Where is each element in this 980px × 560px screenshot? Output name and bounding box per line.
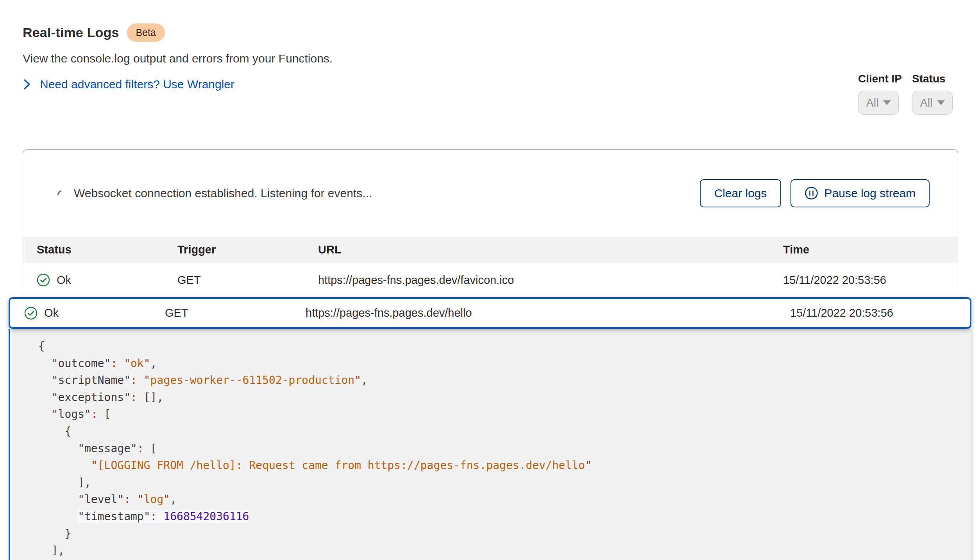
page-header: Real-time Logs Beta View the console.log… (23, 23, 333, 91)
row-time: 15/11/2022 20:53:56 (783, 274, 958, 287)
status-filter-dropdown[interactable]: All (912, 91, 953, 115)
row-url: https://pages-fns.pages.dev/hello (306, 307, 790, 319)
log-card: Websocket connection established. Listen… (23, 149, 958, 297)
table-row[interactable]: Ok GET https://pages-fns.pages.dev/favic… (23, 263, 958, 297)
log-json: { "outcome": "ok", "scriptName": "pages-… (38, 338, 971, 559)
status-filter-value: All (920, 96, 932, 109)
client-ip-filter-label: Client IP (858, 73, 902, 85)
row-trigger: GET (165, 307, 306, 319)
caret-down-icon (883, 100, 891, 105)
column-header-time: Time (783, 243, 958, 256)
beta-badge: Beta (127, 23, 165, 42)
row-trigger: GET (177, 274, 318, 287)
caret-down-icon (937, 100, 945, 105)
pause-icon (805, 186, 818, 200)
column-header-trigger: Trigger (177, 243, 318, 256)
log-toolbar: Websocket connection established. Listen… (23, 150, 958, 237)
pause-log-stream-button[interactable]: Pause log stream (790, 179, 930, 207)
client-ip-filter-value: All (866, 96, 878, 109)
chevron-right-icon (23, 78, 31, 90)
row-status: Ok (57, 274, 71, 287)
row-status: Ok (44, 307, 59, 319)
row-time: 15/11/2022 20:53:56 (790, 307, 970, 319)
column-header-url: URL (318, 243, 783, 256)
page-subtitle: View the console.log output and errors f… (23, 52, 333, 65)
spinner-icon (56, 188, 68, 200)
table-header: Status Trigger URL Time (23, 237, 958, 263)
pause-log-stream-label: Pause log stream (824, 187, 916, 200)
expanded-log-entry: Ok GET https://pages-fns.pages.dev/hello… (9, 297, 971, 560)
page-title: Real-time Logs (23, 25, 119, 40)
clear-logs-label: Clear logs (714, 187, 767, 200)
log-detail-panel: { "outcome": "ok", "scriptName": "pages-… (9, 329, 971, 560)
wrangler-filters-link[interactable]: Need advanced filters? Use Wrangler (40, 78, 234, 91)
row-url: https://pages-fns.pages.dev/favicon.ico (318, 274, 783, 287)
check-circle-icon (24, 307, 38, 320)
status-filter-label: Status (912, 73, 953, 85)
check-circle-icon (37, 273, 50, 287)
selected-table-row[interactable]: Ok GET https://pages-fns.pages.dev/hello… (9, 297, 971, 329)
filters: Client IP All Status All (858, 73, 953, 115)
client-ip-filter-dropdown[interactable]: All (858, 91, 899, 115)
column-header-status: Status (37, 243, 177, 256)
clear-logs-button[interactable]: Clear logs (700, 179, 781, 207)
websocket-status-text: Websocket connection established. Listen… (74, 187, 372, 200)
